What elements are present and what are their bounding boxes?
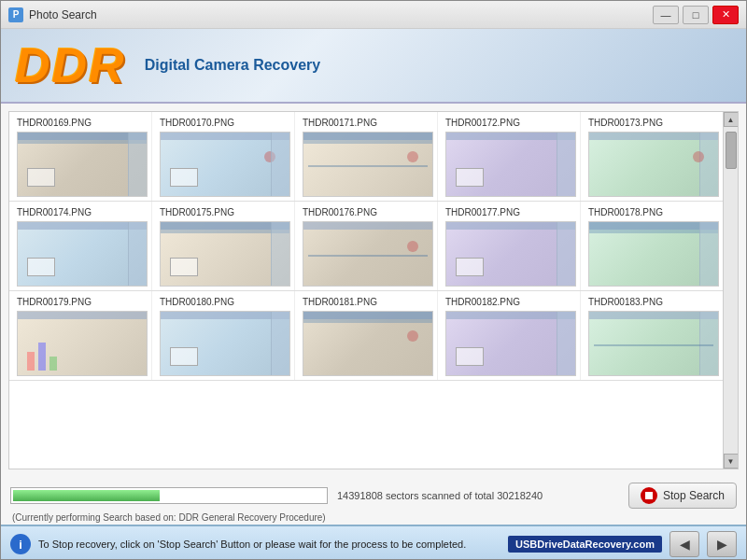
procedure-text: (Currently performing Search based on: D… — [10, 512, 737, 523]
thumbnail — [445, 132, 576, 197]
filename-label: THDR00178.PNG — [588, 207, 719, 217]
grid-row-2: THDR00174.PNG THDR00175.PNG THDR00176.PN… — [9, 202, 723, 291]
filename-label: THDR00180.PNG — [160, 297, 290, 307]
thumbnail — [303, 221, 433, 287]
website-badge: USBDriveDataRecovery.com — [508, 536, 662, 553]
list-item[interactable]: THDR00178.PNG — [581, 202, 723, 290]
thumbnail — [445, 311, 576, 376]
stop-search-label: Stop Search — [663, 489, 725, 502]
filename-label: THDR00183.PNG — [588, 297, 719, 307]
grid-row-1: THDR00169.PNG THDR00170.PNG THDR00171.PN… — [9, 112, 723, 202]
app-header: DDR Digital Camera Recovery — [1, 29, 746, 104]
thumbnail — [160, 132, 290, 197]
list-item[interactable]: THDR00183.PNG — [581, 291, 723, 380]
window-title: Photo Search — [29, 8, 653, 21]
thumbnail — [445, 221, 576, 287]
thumbnail — [303, 132, 433, 197]
title-bar: P Photo Search — □ ✕ — [1, 1, 746, 29]
info-icon: i — [10, 534, 31, 554]
thumbnail — [303, 311, 433, 376]
filename-label: THDR00172.PNG — [445, 118, 576, 128]
scroll-thumb[interactable] — [726, 132, 737, 169]
window-controls: — □ ✕ — [653, 6, 739, 24]
filename-label: THDR00174.PNG — [17, 207, 148, 217]
minimize-button[interactable]: — — [653, 6, 679, 24]
progress-bar-container — [10, 487, 328, 504]
filename-label: THDR00176.PNG — [303, 207, 433, 217]
filename-label: THDR00169.PNG — [17, 118, 148, 128]
maximize-button[interactable]: □ — [683, 6, 709, 24]
list-item[interactable]: THDR00176.PNG — [295, 202, 438, 290]
grid-scrollbar[interactable]: ▲ ▼ — [723, 112, 738, 469]
app-subtitle: Digital Camera Recovery — [145, 57, 321, 74]
photo-grid-container: THDR00169.PNG THDR00170.PNG THDR00171.PN… — [8, 111, 739, 469]
thumbnail — [160, 311, 290, 376]
forward-button[interactable]: ▶ — [707, 531, 737, 557]
bottom-status-text: To Stop recovery, click on 'Stop Search'… — [38, 539, 500, 550]
list-item[interactable]: THDR00169.PNG — [9, 112, 152, 201]
stop-square-icon — [645, 492, 653, 499]
app-icon: P — [8, 7, 23, 22]
main-content: THDR00169.PNG THDR00170.PNG THDR00171.PN… — [1, 104, 746, 477]
list-item[interactable]: THDR00175.PNG — [152, 202, 295, 290]
filename-label: THDR00175.PNG — [160, 207, 290, 217]
list-item[interactable]: THDR00173.PNG — [581, 112, 723, 201]
back-button[interactable]: ◀ — [669, 531, 699, 557]
scroll-up-button[interactable]: ▲ — [724, 112, 739, 127]
grid-row-3: THDR00179.PNG THDR00180.PNG THDR00181.PN… — [9, 291, 723, 381]
thumbnail — [588, 221, 719, 287]
thumbnail — [17, 132, 148, 197]
thumbnail — [588, 311, 719, 376]
status-area: 14391808 sectors scanned of total 302182… — [1, 477, 746, 525]
stop-icon — [641, 487, 657, 504]
list-item[interactable]: THDR00179.PNG — [9, 291, 152, 380]
filename-label: THDR00171.PNG — [303, 118, 433, 128]
ddr-logo: DDR — [15, 41, 126, 90]
stop-search-button[interactable]: Stop Search — [628, 483, 737, 509]
scroll-down-button[interactable]: ▼ — [724, 454, 739, 469]
progress-bar-fill — [13, 490, 160, 501]
list-item[interactable]: THDR00171.PNG — [295, 112, 438, 201]
bottom-bar: i To Stop recovery, click on 'Stop Searc… — [1, 525, 746, 560]
filename-label: THDR00181.PNG — [303, 297, 433, 307]
close-button[interactable]: ✕ — [712, 6, 739, 24]
list-item[interactable]: THDR00181.PNG — [295, 291, 438, 380]
thumbnail — [588, 132, 719, 197]
filename-label: THDR00173.PNG — [588, 118, 719, 128]
list-item[interactable]: THDR00180.PNG — [152, 291, 295, 380]
thumbnail — [17, 311, 148, 376]
scroll-track — [725, 127, 738, 454]
list-item[interactable]: THDR00170.PNG — [152, 112, 295, 201]
filename-label: THDR00170.PNG — [160, 118, 290, 128]
filename-label: THDR00177.PNG — [445, 207, 576, 217]
thumbnail — [160, 221, 290, 287]
progress-label: 14391808 sectors scanned of total 302182… — [337, 490, 619, 501]
thumbnail — [17, 221, 148, 287]
list-item[interactable]: THDR00182.PNG — [438, 291, 581, 380]
list-item[interactable]: THDR00177.PNG — [438, 202, 581, 290]
filename-label: THDR00179.PNG — [17, 297, 148, 307]
filename-label: THDR00182.PNG — [445, 297, 576, 307]
list-item[interactable]: THDR00172.PNG — [438, 112, 581, 201]
list-item[interactable]: THDR00174.PNG — [9, 202, 152, 290]
